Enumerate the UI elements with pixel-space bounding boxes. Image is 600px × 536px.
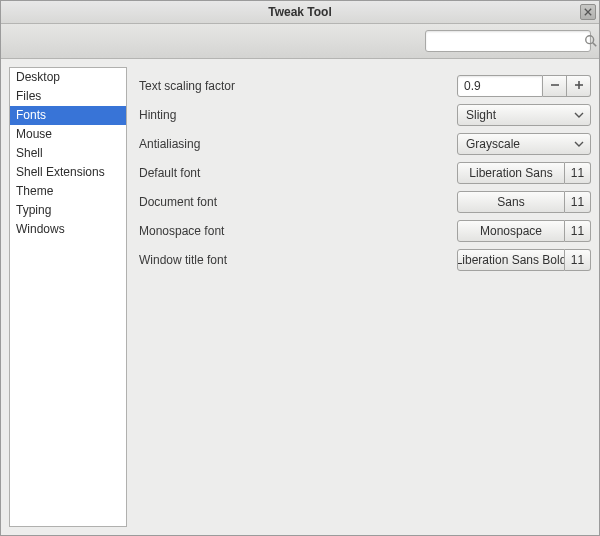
toolbar <box>1 24 599 59</box>
row-monospace-font: Monospace font Monospace 11 <box>135 216 591 245</box>
hinting-value: Slight <box>466 108 496 122</box>
sidebar-item-desktop[interactable]: Desktop <box>10 68 126 87</box>
sidebar-item-shell-extensions[interactable]: Shell Extensions <box>10 163 126 182</box>
sidebar-item-theme[interactable]: Theme <box>10 182 126 201</box>
antialiasing-combo[interactable]: Grayscale <box>457 133 591 155</box>
sidebar-item-fonts[interactable]: Fonts <box>10 106 126 125</box>
label-window-title-font: Window title font <box>135 253 457 267</box>
label-hinting: Hinting <box>135 108 457 122</box>
default-font-size[interactable]: 11 <box>565 162 591 184</box>
document-font-chooser[interactable]: Sans 11 <box>457 191 591 213</box>
search-input[interactable] <box>426 34 584 48</box>
category-sidebar: Desktop Files Fonts Mouse Shell Shell Ex… <box>9 67 127 527</box>
text-scaling-increment[interactable] <box>567 75 591 97</box>
document-font-size[interactable]: 11 <box>565 191 591 213</box>
row-document-font: Document font Sans 11 <box>135 187 591 216</box>
row-text-scaling: Text scaling factor <box>135 71 591 100</box>
plus-icon <box>574 79 584 93</box>
tweak-tool-window: Tweak Tool Desktop Files Fonts Mouse She… <box>0 0 600 536</box>
titlebar: Tweak Tool <box>1 1 599 24</box>
text-scaling-input[interactable] <box>457 75 543 97</box>
svg-point-0 <box>586 36 594 44</box>
monospace-font-family[interactable]: Monospace <box>457 220 565 242</box>
default-font-family[interactable]: Liberation Sans <box>457 162 565 184</box>
chevron-down-icon <box>574 110 584 120</box>
sidebar-item-shell[interactable]: Shell <box>10 144 126 163</box>
antialiasing-value: Grayscale <box>466 137 520 151</box>
sidebar-item-mouse[interactable]: Mouse <box>10 125 126 144</box>
search-field[interactable] <box>425 30 591 52</box>
label-antialiasing: Antialiasing <box>135 137 457 151</box>
window-title-font-size[interactable]: 11 <box>565 249 591 271</box>
label-monospace-font: Monospace font <box>135 224 457 238</box>
window-title-font-family[interactable]: Liberation Sans Bold <box>457 249 565 271</box>
text-scaling-spinbox <box>457 75 591 97</box>
label-text-scaling: Text scaling factor <box>135 79 457 93</box>
label-document-font: Document font <box>135 195 457 209</box>
document-font-family[interactable]: Sans <box>457 191 565 213</box>
close-icon <box>584 5 592 19</box>
default-font-chooser[interactable]: Liberation Sans 11 <box>457 162 591 184</box>
sidebar-item-windows[interactable]: Windows <box>10 220 126 239</box>
row-default-font: Default font Liberation Sans 11 <box>135 158 591 187</box>
sidebar-item-typing[interactable]: Typing <box>10 201 126 220</box>
text-scaling-decrement[interactable] <box>543 75 567 97</box>
row-antialiasing: Antialiasing Grayscale <box>135 129 591 158</box>
svg-line-1 <box>593 43 597 47</box>
window-title: Tweak Tool <box>268 5 332 19</box>
row-hinting: Hinting Slight <box>135 100 591 129</box>
window-close-button[interactable] <box>580 4 596 20</box>
minus-icon <box>550 79 560 93</box>
monospace-font-size[interactable]: 11 <box>565 220 591 242</box>
window-body: Desktop Files Fonts Mouse Shell Shell Ex… <box>1 59 599 535</box>
sidebar-item-files[interactable]: Files <box>10 87 126 106</box>
monospace-font-chooser[interactable]: Monospace 11 <box>457 220 591 242</box>
chevron-down-icon <box>574 139 584 149</box>
settings-panel: Text scaling factor <box>135 67 591 527</box>
search-icon <box>584 34 598 48</box>
hinting-combo[interactable]: Slight <box>457 104 591 126</box>
row-window-title-font: Window title font Liberation Sans Bold 1… <box>135 245 591 274</box>
label-default-font: Default font <box>135 166 457 180</box>
window-title-font-chooser[interactable]: Liberation Sans Bold 11 <box>457 249 591 271</box>
